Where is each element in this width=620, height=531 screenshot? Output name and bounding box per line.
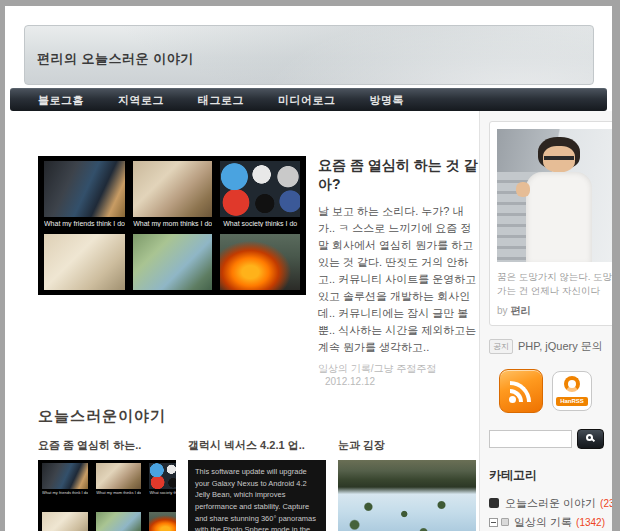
meme-cell: What society thinks I do <box>149 463 176 505</box>
photo-person-shirt <box>526 172 593 262</box>
rss-icon[interactable] <box>499 369 543 413</box>
header-banner: 편리의 오늘스러운 이야기 <box>24 25 594 85</box>
meme-cell: What my mom thinks I do <box>133 161 213 227</box>
card-thumbnail[interactable] <box>338 460 476 531</box>
profile-photo <box>497 129 612 262</box>
meme-cell: What my mom thinks I do <box>96 463 141 505</box>
post-card: 갤럭시 넥서스 4.2.1 업..This software update wi… <box>188 438 326 531</box>
card-title[interactable]: 갤럭시 넥서스 4.2.1 업.. <box>188 438 326 453</box>
post-card: 눈과 김장지난 토요일은 김장을 위해서 고향집에 다녀왔다. 매년 이맘 때가… <box>338 438 476 531</box>
post-body: 날 보고 하는 소리다. 누가? 내가.. ㅋ 스스로 느끼기에 요즘 정말 회… <box>318 203 479 356</box>
category-count: (1342) <box>576 517 605 528</box>
cards-row: 요즘 좀 열심히 하는..What my friends think I doW… <box>38 438 479 531</box>
meme-photo <box>44 234 125 290</box>
meme-photo <box>133 234 213 290</box>
notice-text: PHP, jQuery 문의 <box>518 339 603 354</box>
nav-item[interactable]: 블로그홈 <box>38 93 84 108</box>
nav-item[interactable]: 태그로그 <box>198 93 244 108</box>
by-label: by <box>497 305 508 316</box>
hanrss-label: HanRSS <box>556 397 588 406</box>
main-nav: 블로그홈지역로그태그로그미디어로그방명록 <box>10 88 607 111</box>
category-item[interactable]: 일상의 기록(1342) <box>489 513 612 531</box>
meme-photo <box>96 512 141 531</box>
category-count: (2399) <box>600 498 612 509</box>
meme-caption: What society thinks I do <box>220 217 300 227</box>
meme-photo <box>149 463 176 489</box>
post-title[interactable]: 요즘 좀 열심히 하는 것 같아? <box>318 156 479 194</box>
post-category-link[interactable]: 일상의 기록/그냥 주절주절 <box>318 363 436 374</box>
nav-item[interactable]: 지역로그 <box>118 93 164 108</box>
category-title: 카테고리 <box>489 467 612 484</box>
post-image[interactable]: What my friends think I doWhat my mom th… <box>38 156 306 295</box>
rss-row: HanRSS <box>499 369 612 413</box>
nav-item[interactable]: 미디어로그 <box>278 93 336 108</box>
meme-photo <box>44 161 125 217</box>
sidebar: 꿈은 도망가지 않는다. 도망가는 건 언제나 자신이다 by편리 공지 PHP… <box>479 111 612 531</box>
meme-cell <box>42 512 88 531</box>
notice-link[interactable]: 공지 PHP, jQuery 문의 <box>489 339 612 354</box>
card-thumbnail[interactable]: This software update will upgrade your G… <box>188 460 326 531</box>
card-thumbnail[interactable]: What my friends think I doWhat my mom th… <box>38 460 176 531</box>
meme-photo <box>42 463 88 489</box>
category-list: 오늘스러운 이야기(2399)일상의 기록(1342)그냥 주절주절(688)일… <box>489 494 612 531</box>
profile-name: 편리 <box>511 305 531 316</box>
hanrss-icon[interactable]: HanRSS <box>552 371 592 411</box>
post-card: 요즘 좀 열심히 하는..What my friends think I doW… <box>38 438 176 531</box>
card-title[interactable]: 눈과 김장 <box>338 438 476 453</box>
meme-cell <box>220 234 300 290</box>
meme-caption: What my mom thinks I do <box>96 489 141 495</box>
nav-item[interactable]: 방명록 <box>370 93 405 108</box>
meme-cell: What my friends think I do <box>44 161 125 227</box>
featured-post: What my friends think I doWhat my mom th… <box>38 156 479 387</box>
collapse-icon <box>489 518 498 527</box>
post-date: 2012.12.12 <box>325 376 375 387</box>
folder-icon <box>501 518 509 526</box>
notice-badge: 공지 <box>489 339 513 354</box>
meme-caption: What my friends think I do <box>44 217 125 227</box>
meme-cell: What society thinks I do <box>220 161 300 227</box>
meme-caption: What society thinks I do <box>149 489 176 495</box>
meme-photo <box>42 512 88 531</box>
meme-caption: What my mom thinks I do <box>133 217 213 227</box>
post-meta: 일상의 기록/그냥 주절주절2012.12.12 <box>318 362 479 387</box>
content-layout: What my friends think I doWhat my mom th… <box>5 111 612 531</box>
meme-cell <box>96 512 141 531</box>
profile-box: 꿈은 도망가지 않는다. 도망가는 건 언제나 자신이다 by편리 <box>489 121 612 326</box>
page-container: 편리의 오늘스러운 이야기 블로그홈지역로그태그로그미디어로그방명록 What … <box>5 6 612 531</box>
thumbnail-text: This software update will upgrade your G… <box>195 466 319 531</box>
meme-cell <box>149 512 176 531</box>
rss-dot <box>509 396 516 403</box>
photo-person-glasses <box>544 156 574 160</box>
meme-photo <box>96 463 141 489</box>
meme-caption: What my friends think I do <box>42 489 88 495</box>
card-title[interactable]: 요즘 좀 열심히 하는.. <box>38 438 176 453</box>
search-row <box>489 429 612 449</box>
meme-cell <box>133 234 213 290</box>
category-item[interactable]: 오늘스러운 이야기(2399) <box>489 494 612 513</box>
category-widget: 카테고리 오늘스러운 이야기(2399)일상의 기록(1342)그냥 주절주절(… <box>489 467 612 531</box>
featured-post-text: 요즘 좀 열심히 하는 것 같아? 날 보고 하는 소리다. 누가? 내가.. … <box>318 156 479 387</box>
main-column: What my friends think I doWhat my mom th… <box>5 111 479 531</box>
meme-cell: What my friends think I do <box>42 463 88 505</box>
meme-cell <box>44 234 125 290</box>
photo-thumbs-up <box>516 182 531 197</box>
search-button[interactable] <box>577 429 604 449</box>
hanrss-swirl <box>564 376 580 392</box>
profile-quote: 꿈은 도망가지 않는다. 도망가는 건 언제나 자신이다 <box>497 270 612 298</box>
meme-photo <box>220 161 300 217</box>
meme-photo <box>149 512 176 531</box>
profile-by-line: by편리 <box>497 304 612 318</box>
category-label: 오늘스러운 이야기 <box>505 496 596 511</box>
category-label: 일상의 기록 <box>514 515 572 530</box>
blog-title[interactable]: 편리의 오늘스러운 이야기 <box>37 50 194 68</box>
section-title: 오늘스러운이야기 <box>38 407 479 426</box>
search-icon <box>586 434 593 441</box>
search-input[interactable] <box>489 430 572 448</box>
meme-photo <box>133 161 213 217</box>
category-home-icon <box>489 498 499 508</box>
meme-photo <box>220 234 300 290</box>
